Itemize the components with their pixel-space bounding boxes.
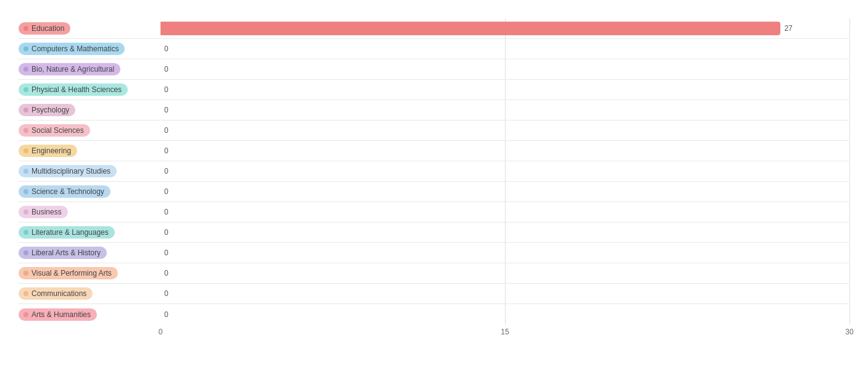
bar-area: 0: [161, 304, 849, 324]
x-axis-tick: 0: [159, 328, 163, 336]
grid-line-15: [505, 243, 506, 263]
bar-label-text: Science & Technology: [31, 187, 104, 196]
bar-area: 0: [161, 182, 849, 201]
table-row: Psychology0: [19, 100, 849, 121]
grid-line-30: [849, 100, 850, 120]
bar-dot-icon: [23, 291, 28, 296]
table-row: Business0: [19, 202, 849, 223]
x-axis-tick: 15: [501, 328, 509, 336]
bar-label: Business: [19, 206, 161, 218]
chart-container: Education27Computers & Mathematics0Bio, …: [19, 19, 849, 337]
bar-dot-icon: [23, 189, 28, 194]
grid-line-30: [849, 80, 850, 100]
bar-value-label: 0: [164, 126, 169, 135]
bar-value-label: 0: [164, 146, 169, 155]
bar-value-label: 0: [164, 289, 169, 298]
table-row: Engineering0: [19, 141, 849, 161]
bar-label: Visual & Performing Arts: [19, 267, 161, 279]
bar-label-text: Social Sciences: [31, 126, 84, 135]
bar-label: Physical & Health Sciences: [19, 83, 161, 96]
grid-line-30: [849, 202, 850, 222]
grid-line-15: [505, 121, 506, 140]
bar-value-label: 0: [164, 248, 169, 257]
table-row: Visual & Performing Arts0: [19, 263, 849, 284]
bar-label-text: Liberal Arts & History: [31, 248, 101, 257]
table-row: Education27: [19, 19, 849, 39]
bar-label-text: Education: [31, 24, 64, 33]
bar-label: Communications: [19, 287, 161, 300]
grid-line-15: [505, 202, 506, 222]
bar-label-text: Engineering: [31, 146, 71, 155]
bar-value-label: 0: [164, 269, 169, 278]
grid-line-30: [849, 161, 850, 181]
bar-dot-icon: [23, 46, 28, 51]
bar-label: Science & Technology: [19, 185, 161, 198]
bar-area: 0: [161, 284, 849, 303]
bar-label: Bio, Nature & Agricultural: [19, 63, 161, 75]
table-row: Arts & Humanities0: [19, 304, 849, 324]
grid-line-30: [849, 243, 850, 263]
grid-line-15: [505, 223, 506, 242]
bar-area: 0: [161, 202, 849, 222]
bar-label-text: Computers & Mathematics: [31, 45, 119, 53]
bar-label-text: Communications: [31, 289, 86, 298]
grid-line-30: [849, 121, 850, 140]
grid-line-15: [505, 161, 506, 181]
bar-area: 0: [161, 100, 849, 120]
bar-area: 0: [161, 243, 849, 263]
bar-label-text: Literature & Languages: [31, 228, 109, 237]
bar-value-label: 0: [164, 85, 169, 94]
x-axis-tick: 30: [845, 328, 853, 336]
bar-label: Multidisciplinary Studies: [19, 165, 161, 177]
bar-area: 0: [161, 80, 849, 100]
bar-label: Engineering: [19, 145, 161, 157]
bar-dot-icon: [23, 148, 28, 153]
bar-value-label: 0: [164, 65, 169, 74]
bar-dot-icon: [23, 230, 28, 235]
bar-area: 0: [161, 263, 849, 283]
bar-label: Psychology: [19, 104, 161, 116]
grid-line-30: [849, 284, 850, 303]
table-row: Science & Technology0: [19, 182, 849, 202]
bar-label-text: Business: [31, 208, 62, 216]
bar-value-label: 0: [164, 228, 169, 237]
bar-area: 0: [161, 39, 849, 59]
page-wrapper: Education27Computers & Mathematics0Bio, …: [19, 19, 849, 337]
bar-value-label: 27: [784, 24, 792, 33]
bar-label-text: Psychology: [31, 106, 69, 114]
bar-value-label: 0: [164, 208, 169, 216]
grid-line-15: [505, 100, 506, 120]
bar-label-text: Multidisciplinary Studies: [31, 167, 111, 176]
bar-label: Education: [19, 22, 161, 35]
grid-line-15: [505, 263, 506, 283]
bar-area: 0: [161, 223, 849, 242]
bar-area: 27: [161, 19, 849, 38]
grid-line-30: [849, 19, 850, 38]
grid-line-15: [505, 141, 506, 161]
bar-value-label: 0: [164, 310, 169, 319]
bar-label: Social Sciences: [19, 124, 161, 137]
bar-dot-icon: [23, 169, 28, 174]
bar-area: 0: [161, 141, 849, 161]
table-row: Bio, Nature & Agricultural0: [19, 59, 849, 80]
bar-dot-icon: [23, 128, 28, 133]
bar-dot-icon: [23, 26, 28, 31]
bar-value-label: 0: [164, 187, 169, 196]
bar-fill: [161, 22, 780, 35]
bar-dot-icon: [23, 312, 28, 317]
bar-dot-icon: [23, 210, 28, 214]
table-row: Communications0: [19, 284, 849, 304]
bar-label: Arts & Humanities: [19, 308, 161, 321]
grid-line-30: [849, 39, 850, 59]
grid-line-15: [505, 59, 506, 79]
bar-dot-icon: [23, 250, 28, 255]
bar-label-text: Visual & Performing Arts: [31, 269, 112, 278]
bar-area: 0: [161, 161, 849, 181]
bar-label-text: Arts & Humanities: [31, 310, 91, 319]
bar-dot-icon: [23, 67, 28, 72]
grid-line-15: [505, 39, 506, 59]
table-row: Social Sciences0: [19, 121, 849, 141]
grid-line-30: [849, 141, 850, 161]
grid-line-30: [849, 304, 850, 324]
table-row: Physical & Health Sciences0: [19, 80, 849, 100]
